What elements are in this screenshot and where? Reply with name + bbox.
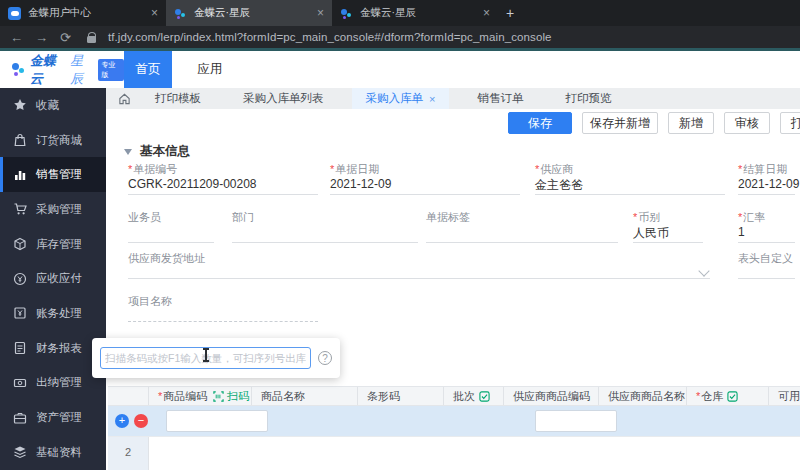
field-underline	[330, 194, 520, 195]
cart-icon	[13, 202, 27, 216]
edition-badge: 专业版	[98, 59, 124, 81]
field-settle-date: *结算日期 2021-12-09	[738, 162, 795, 177]
close-tab-icon[interactable]: ×	[151, 6, 158, 20]
grid-header-warehouse: * 仓库	[687, 387, 769, 405]
audit-button[interactable]: 审核	[724, 112, 770, 134]
product-code-input[interactable]	[166, 410, 268, 432]
close-tab-icon[interactable]: ×	[483, 6, 490, 20]
save-and-new-button[interactable]: 保存并新增	[582, 112, 658, 134]
browser-tab-strip: 金蝶用户中心 × 金蝶云·星辰 × 金蝶云·星辰 × +	[0, 0, 800, 26]
grid-header-rownum	[108, 387, 149, 405]
sidebar-item-label: 财务报表	[36, 341, 82, 356]
help-icon[interactable]: ?	[318, 351, 332, 365]
report-icon	[13, 341, 27, 355]
sidebar-item-asset-management[interactable]: 资产管理	[0, 400, 106, 435]
text-cursor-icon	[205, 348, 207, 362]
sidebar-item-receivables-payables[interactable]: 应收应付	[0, 261, 106, 296]
reload-icon[interactable]: ⟳	[60, 30, 71, 45]
sidebar-item-base-data[interactable]: 基础资料	[0, 435, 106, 470]
workspace-tab-sales-order[interactable]: 销售订单	[463, 88, 537, 109]
workspace-tab-print-preview[interactable]: 打印预览	[551, 88, 625, 109]
grid-row-2[interactable]: 2	[108, 436, 800, 470]
warehouse-checkbox-icon[interactable]	[727, 391, 738, 402]
sidebar-item-financial-reports[interactable]: 财务报表	[0, 331, 106, 366]
logo-text-primary: 金蝶云	[30, 52, 66, 88]
workspace-tab-purchase-inbound-list[interactable]: 采购入库单列表	[229, 88, 338, 109]
grid-header-batch: 批次	[444, 387, 504, 405]
supplier-product-code-input[interactable]	[535, 410, 617, 432]
sidebar-item-sales-management[interactable]: 销售管理	[0, 157, 106, 192]
close-tab-icon[interactable]: ×	[317, 6, 324, 20]
browser-tab-1[interactable]: 金蝶用户中心 ×	[0, 0, 166, 26]
browser-tab-title: 金蝶用户中心	[28, 6, 144, 20]
sidebar-item-accounting[interactable]: 账务处理	[0, 296, 106, 331]
required-mark: *	[330, 163, 334, 175]
sidebar-item-cashier-management[interactable]: 出纳管理	[0, 366, 106, 401]
field-supplier-address: 供应商发货地址	[128, 251, 710, 266]
kingdee-logo: 金蝶云 星辰 专业版	[0, 51, 124, 88]
home-icon[interactable]	[118, 92, 131, 105]
sidebar-item-label: 库存管理	[36, 237, 82, 252]
add-button[interactable]: 新增	[668, 112, 714, 134]
supplier-value[interactable]: 金主爸爸	[535, 177, 583, 194]
workspace-tab-label: 销售订单	[477, 91, 523, 106]
doc-no-value[interactable]: CGRK-20211209-00208	[128, 177, 257, 191]
field-salesperson: 业务员	[128, 210, 214, 225]
field-label: 结算日期	[743, 163, 787, 175]
chevron-down-icon[interactable]	[698, 265, 709, 276]
workspace-tab-purchase-inbound-active[interactable]: 采购入库单 ×	[352, 88, 450, 109]
sidebar-item-purchase-management[interactable]: 采购管理	[0, 192, 106, 227]
exchange-rate-value[interactable]: 1	[738, 225, 745, 239]
add-row-button[interactable]: +	[115, 414, 129, 428]
sidebar-nav: 收藏 订货商城 销售管理 采购管理 库存管理 应收应付 账务处理 财务报表 出纳…	[0, 88, 106, 470]
sidebar-item-order-mall[interactable]: 订货商城	[0, 123, 106, 158]
browser-tab-title: 金蝶云·星辰	[360, 6, 476, 20]
column-label: 供应商商品名称	[608, 389, 685, 404]
workspace-tab-print-template[interactable]: 打印模板	[141, 88, 215, 109]
field-underline	[128, 194, 318, 195]
new-tab-button[interactable]: +	[498, 0, 522, 26]
workspace-tab-label: 采购入库单列表	[243, 91, 324, 106]
nav-apps-button[interactable]: 应用	[186, 51, 234, 88]
sidebar-item-label: 销售管理	[36, 167, 82, 182]
sidebar-item-label: 应收应付	[36, 271, 82, 286]
star-icon	[13, 98, 27, 112]
doc-date-value[interactable]: 2021-12-09	[330, 177, 391, 191]
logo-text-secondary: 星辰	[70, 52, 94, 88]
field-department: 部门	[232, 210, 418, 225]
column-label: 批次	[453, 389, 475, 404]
field-label: 业务员	[128, 211, 161, 223]
field-label: 单据日期	[335, 163, 379, 175]
column-label: 商品名称	[261, 389, 305, 404]
scan-icon	[213, 391, 224, 402]
nav-home-button[interactable]: 首页	[124, 51, 172, 88]
document-toolbar: 保存 保存并新增 新增 审核 打印	[508, 112, 800, 134]
layers-icon	[13, 445, 27, 459]
workspace-tab-bar: 打印模板 采购入库单列表 采购入库单 × 销售订单 打印预览	[106, 88, 800, 109]
browser-tab-2-active[interactable]: 金蝶云·星辰 ×	[166, 0, 332, 26]
basic-info-section-header[interactable]: 基本信息	[124, 143, 190, 160]
required-mark: *	[738, 163, 742, 175]
field-supplier: *供应商 金主爸爸	[535, 162, 725, 177]
settle-date-value[interactable]: 2021-12-09	[738, 177, 799, 191]
sidebar-item-inventory-management[interactable]: 库存管理	[0, 227, 106, 262]
currency-value[interactable]: 人民币	[633, 225, 669, 242]
browser-tab-3[interactable]: 金蝶云·星辰 ×	[332, 0, 498, 26]
back-icon[interactable]: ←	[10, 30, 23, 45]
grid-row-1-active[interactable]: + −	[108, 406, 800, 436]
field-underline	[738, 194, 795, 195]
forward-icon[interactable]: →	[35, 30, 48, 45]
sidebar-item-favorites[interactable]: 收藏	[0, 88, 106, 123]
print-button[interactable]: 打印	[780, 112, 800, 134]
remove-row-button[interactable]: −	[134, 414, 148, 428]
grid-header-product-code: * 商品编码 扫码	[149, 387, 252, 405]
scan-barcode-link[interactable]: 扫码	[213, 389, 249, 404]
scan-barcode-popup: ?	[92, 338, 340, 378]
batch-checkbox-icon[interactable]	[479, 391, 490, 402]
save-button[interactable]: 保存	[508, 112, 572, 134]
workspace-tab-label: 打印预览	[565, 91, 611, 106]
close-workspace-tab-icon[interactable]: ×	[429, 93, 435, 105]
address-url[interactable]: tf.jdy.com/lerp/index.html?formId=pc_mai…	[108, 31, 552, 43]
header-nav: 首页 应用	[124, 51, 234, 88]
kingdee-favicon	[174, 7, 187, 20]
